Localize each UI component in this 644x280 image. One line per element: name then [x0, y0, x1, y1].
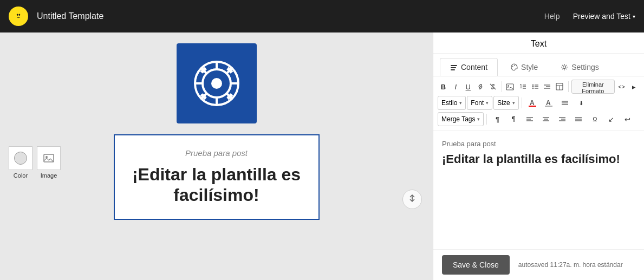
align-icon — [561, 99, 569, 107]
align-left-button[interactable] — [522, 112, 537, 126]
mailchimp-logo — [9, 6, 28, 26]
table-button[interactable] — [554, 80, 565, 94]
table-icon — [556, 83, 563, 90]
email-canvas: Color Image — [0, 32, 433, 280]
color-swatch — [14, 152, 27, 165]
email-text-block[interactable]: Prueba para post ¡Editar la plantilla es… — [114, 134, 320, 220]
align-center-icon — [542, 115, 550, 123]
panel-tabs: Content Style Settings — [433, 54, 644, 76]
estilo-dropdown[interactable]: Estilo ▾ — [438, 96, 466, 110]
align-button[interactable] — [557, 96, 573, 110]
svg-point-31 — [532, 86, 533, 87]
image-button[interactable] — [37, 146, 61, 170]
chevron-down-icon: ▾ — [477, 116, 480, 122]
redo-button[interactable]: ↩ — [620, 112, 635, 126]
link-button[interactable] — [475, 80, 486, 94]
indent-button[interactable] — [542, 80, 553, 94]
style-icon — [510, 63, 518, 71]
brand-logo-block — [177, 43, 257, 123]
scroll-right-button[interactable]: ▸ — [628, 80, 640, 94]
svg-point-7 — [211, 78, 222, 89]
font-color-button[interactable]: A — [525, 96, 540, 110]
ordered-list-icon: 1. — [519, 83, 526, 90]
autosave-status: autosaved 11:27a. m. hora estándar — [518, 261, 623, 269]
panel-header: Text — [433, 32, 644, 54]
font-color-icon: A — [529, 99, 536, 107]
image-insert-button[interactable] — [504, 80, 516, 94]
align-right-icon — [558, 115, 566, 123]
svg-line-22 — [480, 86, 482, 88]
circular-logo-icon — [187, 54, 246, 113]
separator-1 — [502, 81, 502, 92]
html-source-button[interactable]: <> — [616, 80, 627, 94]
template-title: Untitled Template — [37, 11, 544, 21]
tab-style[interactable]: Style — [500, 58, 548, 76]
svg-text:A: A — [546, 99, 551, 107]
chevron-down-icon: ▾ — [512, 100, 515, 106]
separator-2 — [568, 81, 569, 92]
save-close-button[interactable]: Save & Close — [442, 255, 510, 275]
svg-point-30 — [532, 84, 533, 86]
align-right-button[interactable] — [555, 112, 570, 126]
bold-button[interactable]: B — [438, 80, 449, 94]
justify-button[interactable] — [571, 112, 586, 126]
tab-content[interactable]: Content — [440, 58, 498, 76]
svg-point-25 — [508, 85, 509, 86]
tab-settings[interactable]: Settings — [550, 58, 609, 76]
font-bg-color-icon: A — [545, 99, 552, 107]
scroll-icon — [407, 194, 417, 204]
indent-icon — [543, 83, 551, 90]
justify-icon — [575, 115, 582, 123]
content-title: ¡Editar la plantilla es facilísimo! — [442, 152, 635, 166]
chevron-down-icon: ▾ — [486, 100, 489, 106]
svg-point-2 — [18, 14, 20, 16]
right-panel: Text Content Style — [433, 32, 644, 280]
font-dropdown[interactable]: Font ▾ — [467, 96, 492, 110]
underline-button[interactable]: U — [463, 80, 474, 94]
italic-button[interactable]: I — [450, 80, 461, 94]
topbar: Untitled Template Help Preview and Test … — [0, 0, 644, 32]
text-block-subtitle: Prueba para post — [130, 148, 303, 158]
settings-icon — [561, 63, 568, 71]
font-bg-color-button[interactable]: A — [541, 96, 556, 110]
svg-point-32 — [532, 88, 533, 89]
text-toolbar: B I U 1. — [433, 76, 644, 131]
merge-tags-dropdown[interactable]: Merge Tags ▾ — [438, 112, 484, 126]
unordered-list-icon — [531, 83, 539, 90]
svg-point-19 — [512, 66, 513, 67]
toolbar-row-3: Merge Tags ▾ ¶ ¶̈ Ω ↙ — [438, 112, 640, 126]
preview-and-test-button[interactable]: Preview and Test ▾ — [573, 12, 635, 21]
paragraph-button[interactable]: ¶ — [490, 112, 505, 126]
text-block-title: ¡Editar la plantilla es facilísimo! — [130, 164, 303, 206]
content-subtitle: Prueba para post — [442, 140, 635, 148]
panel-footer: Save & Close autosaved 11:27a. m. hora e… — [433, 249, 644, 280]
superscript-button[interactable]: ⬇ — [574, 96, 589, 110]
svg-text:A: A — [530, 99, 535, 107]
help-link[interactable]: Help — [544, 12, 560, 21]
unordered-list-button[interactable] — [529, 80, 541, 94]
pilcrow-button[interactable]: ¶̈ — [506, 112, 521, 126]
image-icon — [43, 152, 55, 164]
unlink-button[interactable] — [487, 80, 499, 94]
chevron-down-icon: ▾ — [459, 100, 462, 106]
svg-point-20 — [514, 65, 515, 66]
size-dropdown[interactable]: Size ▾ — [493, 96, 518, 110]
special-chars-button[interactable]: Ω — [587, 112, 602, 126]
separator-4 — [486, 114, 487, 125]
svg-point-1 — [17, 14, 18, 16]
svg-rect-17 — [451, 67, 456, 68]
eliminar-formato-button[interactable]: Eliminar Formato — [571, 80, 615, 94]
svg-rect-43 — [529, 106, 536, 107]
ordered-list-button[interactable]: 1. — [517, 80, 528, 94]
unlink-icon — [489, 83, 497, 90]
svg-point-21 — [563, 66, 566, 69]
scroll-button[interactable] — [402, 190, 422, 209]
indent-left-button[interactable]: ↙ — [603, 112, 619, 126]
link-icon — [477, 83, 484, 90]
align-left-icon — [526, 115, 534, 123]
align-center-button[interactable] — [538, 112, 554, 126]
svg-rect-16 — [451, 65, 457, 66]
main-area: Color Image — [0, 32, 644, 280]
image-label: Image — [37, 172, 61, 179]
color-button[interactable] — [9, 146, 32, 170]
